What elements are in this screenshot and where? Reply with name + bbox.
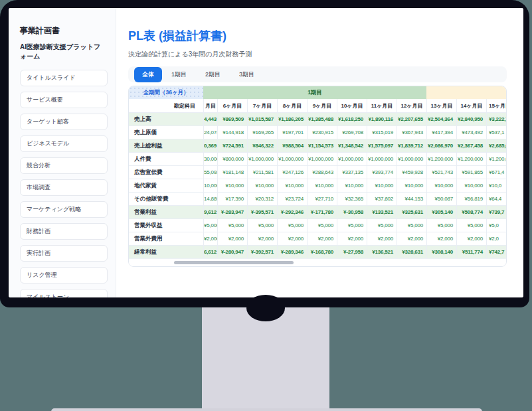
row-label: 売上原価: [129, 126, 203, 139]
monitor-stand-notch: [246, 295, 285, 321]
main-content: PL表 (損益計算書) 決定論的計算による3年間の月次財務予測 全体1期目2期目…: [116, 8, 523, 297]
sidebar-item[interactable]: サービス概要: [20, 92, 108, 108]
cell-value: ¥417,394: [426, 126, 456, 139]
cell-value: ¥10,000: [426, 179, 456, 192]
table-row: 売上原価24,074¥144,918¥169,265¥197,701¥230,9…: [129, 125, 506, 139]
cell-value: ¥32,365: [337, 193, 367, 205]
sidebar-item[interactable]: ターゲット顧客: [20, 114, 108, 130]
cell-value: ¥144,918: [217, 126, 247, 139]
table-row: 経常利益6,612¥-280,947¥-392,571¥-289,346¥-16…: [129, 245, 506, 258]
cell-value: ¥10,0: [486, 179, 506, 192]
cell-value: ¥508,774: [456, 206, 486, 218]
cell-value: ¥1,186,205: [277, 113, 307, 125]
cell-value: ¥521,743: [426, 166, 456, 179]
cell-value: ¥2,367,458: [456, 139, 486, 152]
sidebar-item[interactable]: 財務計画: [20, 223, 108, 240]
table-row: 営業外費用¥2,000¥2,000¥2,000¥2,000¥2,000¥2,00…: [129, 232, 506, 245]
table-row: 営業利益9,612¥-283,947¥-395,571¥-292,346¥-17…: [129, 205, 506, 218]
cell-value: ¥511,774: [456, 246, 486, 258]
cell-value: ¥1,015,587: [247, 113, 277, 125]
column-header: 11ヶ月目: [367, 99, 397, 112]
sidebar-item[interactable]: 実行計画: [20, 245, 108, 262]
cell-value: ¥337,135: [337, 166, 367, 179]
cell-value: ¥2,000: [456, 232, 486, 245]
horizontal-scrollbar-thumb[interactable]: [174, 261, 294, 264]
cell-value: ¥2,000: [426, 232, 456, 245]
cell-value: ¥1,000,000: [307, 153, 337, 165]
cell-value: ¥20,312: [247, 193, 277, 205]
cell-value: ¥739,7: [486, 206, 506, 218]
cell-value: ¥-168,780: [307, 246, 337, 258]
cell-value: ¥10,000: [367, 179, 397, 192]
sidebar-item[interactable]: ビジネスモデル: [20, 135, 108, 152]
column-header: 9ヶ月目: [307, 99, 337, 112]
sidebar-item[interactable]: 市場調査: [20, 179, 108, 196]
cell-value: ¥247,126: [277, 166, 307, 179]
cell-value: ¥169,265: [247, 126, 277, 139]
group-header-period2: [426, 86, 506, 99]
sidebar-item[interactable]: リスク管理: [20, 267, 108, 284]
cell-value: ¥537,1: [486, 126, 506, 139]
cell-value: ¥56,819: [456, 193, 486, 205]
cell-value: ¥2,000: [203, 232, 217, 245]
row-label: 営業外収益: [129, 219, 203, 232]
cell-value: ¥724,591: [217, 139, 247, 152]
column-header: 10ヶ月目: [337, 99, 367, 112]
tab-period[interactable]: 2期目: [196, 67, 230, 82]
row-label: 人件費: [129, 153, 203, 165]
column-header: 6ヶ月目: [217, 99, 247, 112]
cell-value: ¥1,000,000: [397, 153, 426, 165]
row-label: 広告宣伝費: [129, 166, 203, 179]
cell-value: ¥269,708: [337, 126, 367, 139]
cell-value: ¥-171,780: [307, 206, 337, 218]
cell-value: ¥230,915: [307, 126, 337, 139]
cell-value: ¥1,000,000: [367, 153, 397, 165]
sidebar-title: 事業計画書: [20, 25, 108, 37]
cell-value: ¥1,575,097: [367, 139, 397, 152]
cell-value: ¥800,000: [217, 153, 247, 165]
horizontal-scrollbar-track[interactable]: [129, 258, 506, 266]
cell-value: ¥1,618,250: [337, 113, 367, 125]
group-header-period1: 1期目: [203, 86, 426, 99]
cell-value: ¥288,643: [307, 166, 337, 179]
cell-value: ¥2,000: [367, 232, 397, 245]
cell-value: ¥2,000: [247, 232, 277, 245]
cell-value: ¥308,140: [426, 246, 456, 258]
cell-value: ¥-283,947: [217, 206, 247, 218]
cell-value: ¥23,724: [277, 193, 307, 205]
cell-value: ¥2,000: [337, 232, 367, 245]
sidebar-item[interactable]: タイトルスライド: [20, 70, 108, 86]
column-header: 7ヶ月目: [247, 99, 277, 112]
cell-value: 4,443: [203, 113, 217, 125]
tab-period[interactable]: 1期目: [162, 67, 196, 82]
tab-period[interactable]: 全体: [134, 67, 162, 82]
cell-value: ¥869,509: [217, 113, 247, 125]
cell-value: 6,612: [203, 246, 217, 258]
row-label: 地代家賃: [129, 179, 203, 192]
cell-value: ¥17,390: [217, 193, 247, 205]
cell-value: ¥2,0: [486, 232, 506, 245]
sidebar-item[interactable]: マイルストーン: [20, 289, 108, 297]
period-tabbar: 全体1期目2期目3期目: [128, 66, 507, 82]
cell-value: ¥10,000: [247, 179, 277, 192]
column-header: 8ヶ月目: [277, 99, 307, 112]
cell-value: ¥133,521: [367, 206, 397, 218]
cell-value: 55,092: [203, 166, 217, 179]
row-label: その他販管費: [129, 193, 203, 205]
cell-value: ¥5,000: [426, 219, 456, 232]
sidebar-item[interactable]: マーケティング戦略: [20, 201, 108, 218]
column-header: 13ヶ月目: [426, 99, 456, 112]
row-label: 営業利益: [129, 206, 203, 218]
cell-value: ¥10,000: [217, 179, 247, 192]
cell-value: ¥5,0: [486, 219, 506, 232]
cell-value: ¥64,4: [486, 193, 506, 205]
cell-value: ¥1,000,000: [247, 153, 277, 165]
tab-period[interactable]: 3期目: [230, 67, 264, 82]
cell-value: ¥-289,346: [277, 246, 307, 258]
table-row: 地代家賃10,000¥10,000¥10,000¥10,000¥10,000¥1…: [129, 179, 506, 192]
page-subtitle: 決定論的計算による3年間の月次財務予測: [128, 50, 523, 59]
table-column-header-row: 勘定科目月目6ヶ月目7ヶ月目8ヶ月目9ヶ月目10ヶ月目11ヶ月目12ヶ月目13ヶ…: [129, 99, 506, 112]
monitor-frame: 事業計画書 AI医療診断支援プラットフォーム タイトルスライドサービス概要ターゲ…: [0, 0, 529, 307]
sidebar-item[interactable]: 競合分析: [20, 157, 108, 174]
cell-value: ¥10,000: [277, 179, 307, 192]
